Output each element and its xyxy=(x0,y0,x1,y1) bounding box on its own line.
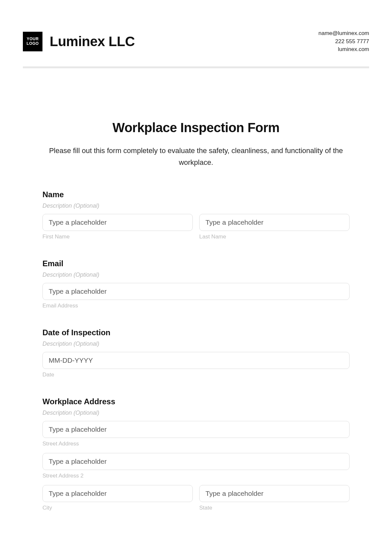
street-address-2-sublabel: Street Address 2 xyxy=(42,473,350,479)
date-sublabel: Date xyxy=(42,372,350,378)
logo-line-1: YOUR xyxy=(27,37,39,41)
city-input[interactable] xyxy=(42,485,193,502)
header-left: YOUR LOGO Luminex LLC xyxy=(23,32,135,51)
contact-website: luminex.com xyxy=(318,45,369,54)
street-address-sublabel: Street Address xyxy=(42,441,350,447)
address-description: Description (Optional) xyxy=(42,409,350,416)
logo-placeholder: YOUR LOGO xyxy=(23,32,42,51)
city-sublabel: City xyxy=(42,505,193,511)
section-address: Workplace Address Description (Optional)… xyxy=(42,397,350,511)
logo-line-2: LOGO xyxy=(26,41,39,46)
page-title: Workplace Inspection Form xyxy=(42,120,350,135)
email-sublabel: Email Address xyxy=(42,303,350,309)
contact-block: name@luminex.com 222 555 7777 luminex.co… xyxy=(318,29,369,54)
last-name-sublabel: Last Name xyxy=(199,234,350,240)
section-name: Name Description (Optional) First Name L… xyxy=(42,190,350,240)
email-description: Description (Optional) xyxy=(42,271,350,278)
name-label: Name xyxy=(42,190,350,199)
email-input[interactable] xyxy=(42,283,350,300)
state-input[interactable] xyxy=(199,485,350,502)
section-date: Date of Inspection Description (Optional… xyxy=(42,328,350,378)
first-name-sublabel: First Name xyxy=(42,234,193,240)
date-input[interactable] xyxy=(42,352,350,369)
address-label: Workplace Address xyxy=(42,397,350,406)
company-name: Luminex LLC xyxy=(50,34,135,49)
section-email: Email Description (Optional) Email Addre… xyxy=(42,259,350,309)
contact-phone: 222 555 7777 xyxy=(318,38,369,46)
contact-email: name@luminex.com xyxy=(318,29,369,38)
header: YOUR LOGO Luminex LLC name@luminex.com 2… xyxy=(23,29,369,54)
date-label: Date of Inspection xyxy=(42,328,350,337)
street-address-2-input[interactable] xyxy=(42,453,350,470)
page-subtitle: Please fill out this form completely to … xyxy=(46,145,346,169)
date-description: Description (Optional) xyxy=(42,340,350,347)
last-name-input[interactable] xyxy=(199,214,350,231)
first-name-input[interactable] xyxy=(42,214,193,231)
header-divider xyxy=(23,67,369,68)
street-address-input[interactable] xyxy=(42,421,350,438)
name-description: Description (Optional) xyxy=(42,202,350,209)
state-sublabel: State xyxy=(199,505,350,511)
page: YOUR LOGO Luminex LLC name@luminex.com 2… xyxy=(0,0,392,511)
email-label: Email xyxy=(42,259,350,268)
form-content: Workplace Inspection Form Please fill ou… xyxy=(23,120,369,511)
